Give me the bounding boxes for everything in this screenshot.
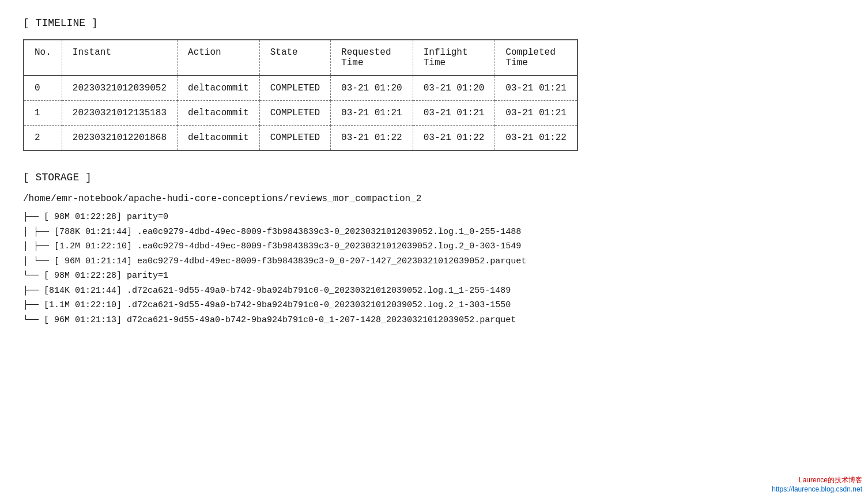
col-requested-time: RequestedTime	[331, 40, 413, 75]
table-cell: 20230321012201868	[62, 126, 177, 151]
table-cell: 03-21 01:21	[495, 101, 578, 126]
table-cell: 20230321012039052	[62, 75, 177, 101]
table-cell: 03-21 01:22	[495, 126, 578, 151]
timeline-section: [ TIMELINE ] No. Instant Action State Re…	[23, 17, 845, 151]
col-action: Action	[178, 40, 260, 75]
col-instant: Instant	[62, 40, 177, 75]
tree-line: ├── [ 98M 01:22:28] parity=0	[23, 210, 845, 225]
table-cell: 20230321012135183	[62, 101, 177, 126]
timeline-header: [ TIMELINE ]	[23, 17, 845, 29]
tree-line: │ ├── [788K 01:21:44] .ea0c9279-4dbd-49e…	[23, 225, 845, 240]
col-inflight-time: InflightTime	[413, 40, 495, 75]
storage-section: [ STORAGE ] /home/emr-notebook/apache-hu…	[23, 172, 845, 327]
table-cell: COMPLETED	[259, 75, 330, 101]
table-cell: 03-21 01:20	[413, 75, 495, 101]
table-row: 020230321012039052deltacommitCOMPLETED03…	[24, 75, 578, 101]
tree-line: │ ├── [1.2M 01:22:10] .ea0c9279-4dbd-49e…	[23, 239, 845, 254]
tree-line: └── [ 96M 01:21:13] d72ca621-9d55-49a0-b…	[23, 313, 845, 328]
table-cell: deltacommit	[178, 126, 260, 151]
timeline-table: No. Instant Action State RequestedTime I…	[23, 39, 578, 151]
table-cell: 03-21 01:22	[331, 126, 413, 151]
tree-line: └── [ 98M 01:22:28] parity=1	[23, 269, 845, 283]
table-cell: 1	[24, 101, 62, 126]
storage-path: /home/emr-notebook/apache-hudi-core-conc…	[23, 194, 845, 204]
tree-line: │ └── [ 96M 01:21:14] ea0c9279-4dbd-49ec…	[23, 254, 845, 269]
storage-header: [ STORAGE ]	[23, 172, 845, 183]
storage-tree: ├── [ 98M 01:22:28] parity=0│ ├── [788K …	[23, 210, 845, 327]
table-cell: 2	[24, 126, 62, 151]
tree-line: ├── [1.1M 01:22:10] .d72ca621-9d55-49a0-…	[23, 298, 845, 313]
col-completed-time: CompletedTime	[495, 40, 578, 75]
col-no: No.	[24, 40, 62, 75]
table-cell: 03-21 01:20	[331, 75, 413, 101]
table-cell: 03-21 01:21	[495, 75, 578, 101]
col-state: State	[259, 40, 330, 75]
table-cell: deltacommit	[178, 75, 260, 101]
table-cell: 03-21 01:21	[331, 101, 413, 126]
table-cell: deltacommit	[178, 101, 260, 126]
table-row: 220230321012201868deltacommitCOMPLETED03…	[24, 126, 578, 151]
tree-line: ├── [814K 01:21:44] .d72ca621-9d55-49a0-…	[23, 283, 845, 298]
table-cell: 03-21 01:22	[413, 126, 495, 151]
table-cell: COMPLETED	[259, 126, 330, 151]
table-row: 120230321012135183deltacommitCOMPLETED03…	[24, 101, 578, 126]
table-cell: 0	[24, 75, 62, 101]
table-cell: COMPLETED	[259, 101, 330, 126]
table-header-row: No. Instant Action State RequestedTime I…	[24, 40, 578, 75]
table-cell: 03-21 01:21	[413, 101, 495, 126]
